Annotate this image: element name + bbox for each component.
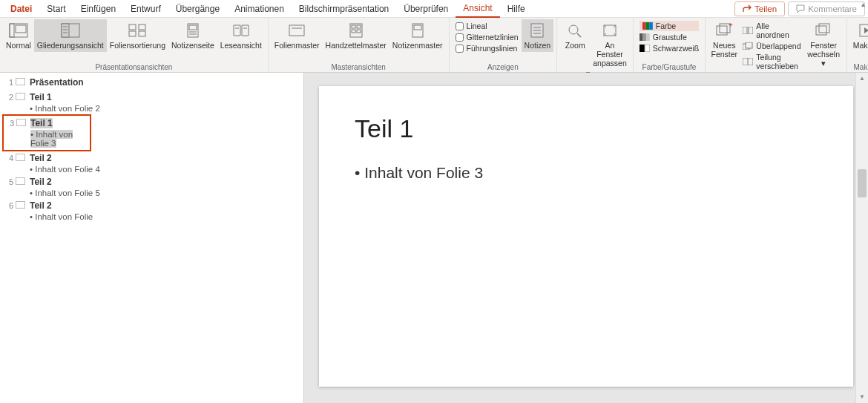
fit-window-button[interactable]: An Fenster anpassen	[590, 19, 630, 70]
cascade-label: Überlappend	[756, 42, 800, 50]
share-label: Teilen	[754, 4, 777, 13]
move-split-button[interactable]: Teilung verschieben	[743, 52, 800, 71]
svg-line-32	[577, 33, 581, 37]
svg-rect-18	[289, 25, 304, 36]
group-label-color: Farbe/Graustufe	[637, 62, 702, 72]
outline-num: 6	[4, 200, 13, 210]
outline-body[interactable]: • Inhalt von Folie 5	[4, 189, 299, 197]
tab-start[interactable]: Start	[39, 1, 73, 17]
outline-title[interactable]: Teil 2	[30, 200, 52, 211]
blackwhite-label: Schwarzweiß	[653, 44, 699, 53]
slide-thumb-icon	[16, 154, 25, 161]
outline-title[interactable]: Teil 1	[30, 92, 52, 102]
share-icon	[743, 4, 752, 13]
move-split-icon	[743, 57, 753, 66]
scroll-thumb[interactable]	[858, 169, 867, 197]
svg-rect-46	[749, 27, 753, 34]
group-master-views: Folienmaster Handzettelmaster Notizenmas…	[269, 18, 450, 72]
group-zoom: Zoom An Fenster anpassen Zoom	[557, 18, 634, 72]
tab-hilfe[interactable]: Hilfe	[500, 1, 533, 17]
notes-master-label: Notizenmaster	[392, 41, 443, 50]
tab-bildschirmpraesentation[interactable]: Bildschirmpräsentation	[292, 1, 396, 17]
blackwhite-button[interactable]: Schwarzweiß	[640, 43, 699, 53]
svg-rect-48	[746, 42, 752, 48]
outline-body[interactable]: • Inhalt von Folie 3	[5, 130, 88, 148]
tab-ueberpruefen[interactable]: Überprüfen	[396, 1, 456, 17]
outline-title[interactable]: Präsentation	[30, 77, 84, 88]
svg-rect-38	[642, 33, 646, 41]
outline-title[interactable]: Teil 2	[30, 177, 52, 187]
share-button[interactable]: Teilen	[734, 1, 785, 16]
notes-page-icon	[183, 22, 203, 39]
handout-master-button[interactable]: Handzettelmaster	[323, 19, 389, 52]
grayscale-button[interactable]: Graustufe	[640, 32, 699, 42]
slide-master-button[interactable]: Folienmaster	[272, 19, 323, 52]
ruler-label: Lineal	[467, 22, 487, 30]
svg-rect-10	[129, 31, 136, 36]
normal-view-button[interactable]: Normal	[3, 19, 34, 52]
reading-view-button[interactable]: Leseansicht	[217, 19, 265, 52]
zoom-icon	[565, 22, 585, 39]
outline-slide-3-selected[interactable]: 3 Teil 1 • Inhalt von Folie 3	[2, 114, 91, 151]
move-split-label: Teilung verschieben	[756, 53, 800, 71]
notes-button[interactable]: Notizen	[522, 19, 554, 52]
outline-body[interactable]: • Inhalt von Folie 2	[4, 104, 299, 113]
macros-button[interactable]: Makros	[850, 19, 868, 52]
arrange-all-button[interactable]: Alle anordnen	[743, 21, 800, 40]
slide-sorter-button[interactable]: Foliensortierung	[107, 19, 168, 52]
outline-slide-4[interactable]: 4 Teil 2 • Inhalt von Folie 4	[4, 151, 299, 174]
blackwhite-icon	[640, 44, 650, 53]
notes-master-button[interactable]: Notizenmaster	[389, 19, 446, 52]
switch-window-label: Fenster wechseln ▾	[806, 41, 840, 68]
ruler-checkbox[interactable]: Lineal	[456, 21, 519, 31]
handout-master-icon	[346, 22, 366, 39]
cascade-button[interactable]: Überlappend	[743, 41, 800, 51]
tab-uebergaenge[interactable]: Übergänge	[168, 1, 227, 17]
outline-slide-5[interactable]: 5 Teil 2 • Inhalt von Folie 5	[4, 175, 299, 197]
slide-body[interactable]: • Inhalt von Folie 3	[355, 164, 818, 182]
outline-pane[interactable]: 1 Präsentation 2 Teil 1 • Inhalt von Fol…	[0, 73, 304, 403]
svg-rect-4	[62, 24, 69, 37]
guides-checkbox[interactable]: Führungslinien	[456, 43, 519, 53]
scroll-down-icon[interactable]: ▼	[856, 391, 868, 403]
outline-slide-1[interactable]: 1 Präsentation	[4, 76, 299, 89]
outline-slide-6[interactable]: 6 Teil 2 • Inhalt von Folie	[4, 199, 299, 221]
svg-rect-52	[819, 24, 829, 33]
slide-title[interactable]: Teil 1	[355, 114, 818, 143]
comments-button[interactable]: Kommentare	[788, 1, 865, 16]
switch-window-button[interactable]: Fenster wechseln ▾	[803, 19, 843, 70]
zoom-button[interactable]: Zoom	[560, 19, 590, 52]
slide-sorter-label: Foliensortierung	[110, 41, 165, 50]
slide-editor-area[interactable]: Teil 1 • Inhalt von Folie 3 ▲ ▼	[304, 73, 868, 403]
scroll-up-icon[interactable]: ▲	[856, 73, 868, 85]
tab-einfuegen[interactable]: Einfügen	[73, 1, 123, 17]
group-macros: Makros Makros	[847, 18, 868, 72]
outline-title[interactable]: Teil 1	[30, 118, 53, 128]
gridlines-checkbox[interactable]: Gitternetzlinien	[456, 32, 519, 42]
notes-page-label: Notizenseite	[171, 41, 214, 50]
color-button[interactable]: Farbe	[640, 21, 699, 31]
group-presentation-views: Normal Gliederungsansicht Foliensortieru…	[0, 18, 269, 72]
tab-entwurf[interactable]: Entwurf	[123, 1, 168, 17]
svg-rect-39	[646, 33, 650, 41]
group-label-macros: Makros	[850, 62, 868, 72]
tab-animationen[interactable]: Animationen	[227, 1, 292, 17]
outline-body[interactable]: • Inhalt von Folie 4	[4, 165, 299, 174]
svg-marker-54	[864, 27, 868, 33]
notes-master-icon	[407, 22, 428, 39]
outline-title[interactable]: Teil 2	[30, 153, 52, 163]
reading-view-label: Leseansicht	[220, 41, 262, 50]
outline-view-button[interactable]: Gliederungsansicht	[34, 19, 107, 52]
tab-ansicht[interactable]: Ansicht	[456, 0, 499, 18]
color-label: Farbe	[656, 22, 676, 30]
slide-master-icon	[286, 22, 307, 39]
new-window-button[interactable]: + Neues Fenster	[708, 19, 740, 61]
collapse-ribbon-icon[interactable]: ▴	[861, 0, 865, 8]
outline-body[interactable]: • Inhalt von Folie	[4, 212, 299, 221]
vertical-scrollbar[interactable]: ▲ ▼	[855, 73, 868, 403]
outline-slide-2[interactable]: 2 Teil 1 • Inhalt von Folie 2	[4, 91, 299, 113]
slide-canvas[interactable]: Teil 1 • Inhalt von Folie 3	[319, 86, 853, 387]
tab-datei[interactable]: Datei	[3, 1, 39, 17]
notes-page-button[interactable]: Notizenseite	[168, 19, 217, 52]
slide-thumb-icon	[16, 93, 25, 100]
